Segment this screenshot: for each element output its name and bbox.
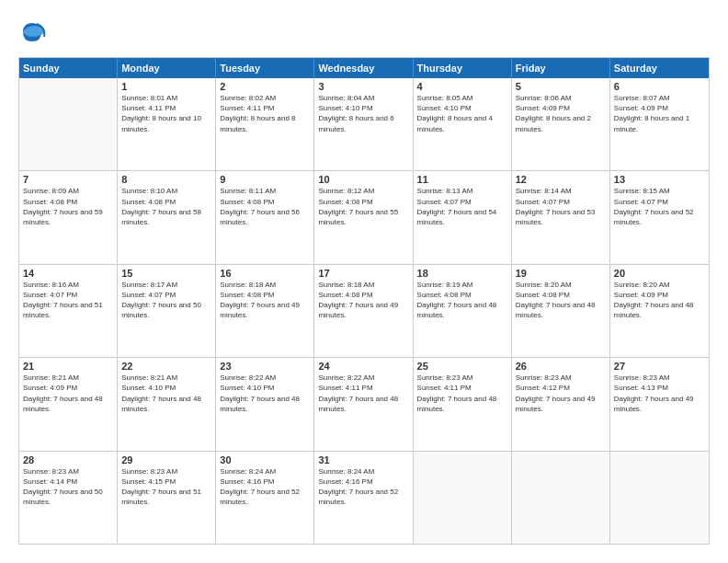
- weekday-header-sunday: Sunday: [19, 58, 118, 78]
- day-number: 14: [23, 268, 113, 279]
- calendar-cell: 1Sunrise: 8:01 AMSunset: 4:11 PMDaylight…: [118, 78, 216, 170]
- calendar-cell: [414, 452, 512, 544]
- calendar-cell: 23Sunrise: 8:22 AMSunset: 4:10 PMDayligh…: [216, 358, 314, 450]
- cell-info: Sunrise: 8:11 AMSunset: 4:08 PMDaylight:…: [220, 186, 310, 227]
- day-number: 25: [417, 361, 507, 372]
- cell-info: Sunrise: 8:06 AMSunset: 4:09 PMDaylight:…: [516, 93, 606, 134]
- weekday-header-saturday: Saturday: [610, 58, 709, 78]
- calendar-row: 1Sunrise: 8:01 AMSunset: 4:11 PMDaylight…: [19, 78, 709, 171]
- day-number: 18: [417, 268, 507, 279]
- calendar-cell: 6Sunrise: 8:07 AMSunset: 4:09 PMDaylight…: [610, 78, 709, 170]
- cell-info: Sunrise: 8:05 AMSunset: 4:10 PMDaylight:…: [417, 93, 507, 134]
- day-number: 5: [516, 81, 606, 92]
- header: [18, 18, 710, 46]
- day-number: 9: [220, 174, 310, 185]
- calendar-cell: 24Sunrise: 8:22 AMSunset: 4:11 PMDayligh…: [314, 358, 413, 450]
- calendar-row: 21Sunrise: 8:21 AMSunset: 4:09 PMDayligh…: [19, 358, 709, 451]
- weekday-header-friday: Friday: [512, 58, 610, 78]
- calendar-cell: 18Sunrise: 8:19 AMSunset: 4:08 PMDayligh…: [414, 265, 512, 357]
- calendar-cell: 11Sunrise: 8:13 AMSunset: 4:07 PMDayligh…: [414, 171, 512, 263]
- cell-info: Sunrise: 8:20 AMSunset: 4:09 PMDaylight:…: [614, 280, 705, 321]
- calendar-cell: 28Sunrise: 8:23 AMSunset: 4:14 PMDayligh…: [19, 452, 118, 544]
- logo: [18, 18, 50, 46]
- calendar-cell: 12Sunrise: 8:14 AMSunset: 4:07 PMDayligh…: [512, 171, 610, 263]
- day-number: 12: [516, 174, 606, 185]
- day-number: 6: [614, 81, 705, 92]
- cell-info: Sunrise: 8:14 AMSunset: 4:07 PMDaylight:…: [516, 186, 606, 227]
- calendar-header: SundayMondayTuesdayWednesdayThursdayFrid…: [19, 58, 709, 78]
- cell-info: Sunrise: 8:13 AMSunset: 4:07 PMDaylight:…: [417, 186, 507, 227]
- day-number: 3: [318, 81, 408, 92]
- day-number: 7: [23, 174, 113, 185]
- calendar-cell: 10Sunrise: 8:12 AMSunset: 4:08 PMDayligh…: [314, 171, 413, 263]
- calendar-cell: 3Sunrise: 8:04 AMSunset: 4:10 PMDaylight…: [314, 78, 413, 170]
- calendar-cell: 31Sunrise: 8:24 AMSunset: 4:16 PMDayligh…: [314, 452, 413, 544]
- logo-icon: [18, 18, 46, 46]
- calendar-cell: 22Sunrise: 8:21 AMSunset: 4:10 PMDayligh…: [118, 358, 216, 450]
- calendar-cell: [610, 452, 709, 544]
- calendar-cell: 9Sunrise: 8:11 AMSunset: 4:08 PMDaylight…: [216, 171, 314, 263]
- calendar-row: 14Sunrise: 8:16 AMSunset: 4:07 PMDayligh…: [19, 265, 709, 358]
- calendar-cell: [512, 452, 610, 544]
- calendar-row: 28Sunrise: 8:23 AMSunset: 4:14 PMDayligh…: [19, 452, 709, 544]
- weekday-header-monday: Monday: [118, 58, 216, 78]
- cell-info: Sunrise: 8:23 AMSunset: 4:15 PMDaylight:…: [121, 466, 211, 508]
- calendar-cell: 14Sunrise: 8:16 AMSunset: 4:07 PMDayligh…: [19, 265, 118, 357]
- cell-info: Sunrise: 8:10 AMSunset: 4:08 PMDaylight:…: [121, 186, 211, 227]
- calendar-cell: [19, 78, 118, 170]
- day-number: 11: [417, 174, 507, 185]
- cell-info: Sunrise: 8:07 AMSunset: 4:09 PMDaylight:…: [614, 93, 705, 134]
- calendar-cell: 16Sunrise: 8:18 AMSunset: 4:08 PMDayligh…: [216, 265, 314, 357]
- calendar-row: 7Sunrise: 8:09 AMSunset: 4:08 PMDaylight…: [19, 171, 709, 264]
- cell-info: Sunrise: 8:17 AMSunset: 4:07 PMDaylight:…: [121, 280, 211, 321]
- cell-info: Sunrise: 8:04 AMSunset: 4:10 PMDaylight:…: [318, 93, 408, 134]
- cell-info: Sunrise: 8:20 AMSunset: 4:08 PMDaylight:…: [516, 280, 606, 321]
- cell-info: Sunrise: 8:18 AMSunset: 4:08 PMDaylight:…: [318, 280, 408, 321]
- cell-info: Sunrise: 8:24 AMSunset: 4:16 PMDaylight:…: [220, 466, 310, 508]
- day-number: 24: [318, 361, 408, 372]
- day-number: 30: [220, 454, 310, 465]
- cell-info: Sunrise: 8:24 AMSunset: 4:16 PMDaylight:…: [318, 466, 408, 508]
- cell-info: Sunrise: 8:15 AMSunset: 4:07 PMDaylight:…: [614, 186, 705, 227]
- cell-info: Sunrise: 8:16 AMSunset: 4:07 PMDaylight:…: [23, 280, 113, 321]
- calendar-cell: 13Sunrise: 8:15 AMSunset: 4:07 PMDayligh…: [610, 171, 709, 263]
- cell-info: Sunrise: 8:02 AMSunset: 4:11 PMDaylight:…: [220, 93, 310, 134]
- calendar-cell: 21Sunrise: 8:21 AMSunset: 4:09 PMDayligh…: [19, 358, 118, 450]
- day-number: 15: [121, 268, 211, 279]
- cell-info: Sunrise: 8:22 AMSunset: 4:10 PMDaylight:…: [220, 373, 310, 414]
- cell-info: Sunrise: 8:09 AMSunset: 4:08 PMDaylight:…: [23, 186, 113, 227]
- cell-info: Sunrise: 8:12 AMSunset: 4:08 PMDaylight:…: [318, 186, 408, 227]
- calendar-cell: 5Sunrise: 8:06 AMSunset: 4:09 PMDaylight…: [512, 78, 610, 170]
- cell-info: Sunrise: 8:22 AMSunset: 4:11 PMDaylight:…: [318, 373, 408, 414]
- calendar-cell: 8Sunrise: 8:10 AMSunset: 4:08 PMDaylight…: [118, 171, 216, 263]
- calendar-cell: 26Sunrise: 8:23 AMSunset: 4:12 PMDayligh…: [512, 358, 610, 450]
- calendar-cell: 2Sunrise: 8:02 AMSunset: 4:11 PMDaylight…: [216, 78, 314, 170]
- calendar: SundayMondayTuesdayWednesdayThursdayFrid…: [18, 57, 710, 545]
- day-number: 29: [121, 454, 211, 465]
- calendar-body: 1Sunrise: 8:01 AMSunset: 4:11 PMDaylight…: [19, 78, 709, 544]
- day-number: 27: [614, 361, 705, 372]
- calendar-cell: 17Sunrise: 8:18 AMSunset: 4:08 PMDayligh…: [314, 265, 413, 357]
- day-number: 22: [121, 361, 211, 372]
- day-number: 21: [23, 361, 113, 372]
- calendar-cell: 25Sunrise: 8:23 AMSunset: 4:11 PMDayligh…: [414, 358, 512, 450]
- day-number: 23: [220, 361, 310, 372]
- day-number: 2: [220, 81, 310, 92]
- calendar-cell: 30Sunrise: 8:24 AMSunset: 4:16 PMDayligh…: [216, 452, 314, 544]
- cell-info: Sunrise: 8:21 AMSunset: 4:10 PMDaylight:…: [121, 373, 211, 414]
- cell-info: Sunrise: 8:21 AMSunset: 4:09 PMDaylight:…: [23, 373, 113, 414]
- calendar-cell: 20Sunrise: 8:20 AMSunset: 4:09 PMDayligh…: [610, 265, 709, 357]
- page: SundayMondayTuesdayWednesdayThursdayFrid…: [0, 0, 728, 563]
- day-number: 16: [220, 268, 310, 279]
- day-number: 1: [121, 81, 211, 92]
- weekday-header-wednesday: Wednesday: [314, 58, 413, 78]
- day-number: 4: [417, 81, 507, 92]
- day-number: 26: [516, 361, 606, 372]
- calendar-cell: 19Sunrise: 8:20 AMSunset: 4:08 PMDayligh…: [512, 265, 610, 357]
- cell-info: Sunrise: 8:19 AMSunset: 4:08 PMDaylight:…: [417, 280, 507, 321]
- day-number: 17: [318, 268, 408, 279]
- calendar-cell: 15Sunrise: 8:17 AMSunset: 4:07 PMDayligh…: [118, 265, 216, 357]
- day-number: 10: [318, 174, 408, 185]
- cell-info: Sunrise: 8:18 AMSunset: 4:08 PMDaylight:…: [220, 280, 310, 321]
- weekday-header-tuesday: Tuesday: [216, 58, 314, 78]
